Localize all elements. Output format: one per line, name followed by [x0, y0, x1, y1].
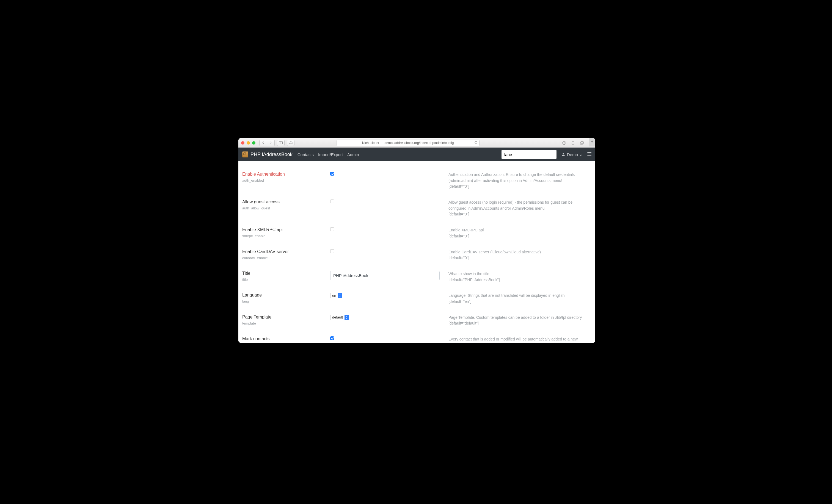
back-button[interactable] [259, 140, 267, 146]
nav-buttons [259, 140, 275, 146]
row-title: Allow guest access [242, 200, 328, 205]
row-title: Enable Authentication [242, 172, 328, 177]
text-input-title[interactable] [330, 271, 440, 280]
brand-label: PHP iAddressBook [251, 152, 292, 157]
config-row-lang: Languagelangen▲▼Language. Strings that a… [242, 289, 592, 311]
select-arrows-icon: ▲▼ [338, 293, 342, 298]
search-input[interactable] [504, 152, 554, 157]
row-key: lang [242, 299, 328, 303]
row-help: Authentication and Authorization. Ensure… [448, 172, 592, 190]
tabs-icon[interactable] [579, 140, 585, 146]
user-label: Demo [567, 152, 578, 157]
address-text: Nicht sicher — demo.iaddressbook.org/ind… [362, 141, 454, 145]
config-row-auth_enabled: Enable Authenticationauth_enabledAuthent… [242, 168, 592, 196]
row-help: Language. Strings that are not translate… [448, 293, 592, 304]
config-row-template: Page Templatetemplatedefault▲▼Page Templ… [242, 311, 592, 333]
checkbox-xmlrpc_enable[interactable] [330, 227, 334, 231]
select-lang[interactable]: en▲▼ [330, 293, 342, 298]
row-title: Page Template [242, 315, 328, 320]
user-icon [562, 153, 565, 156]
row-help: Enable XMLRPC api[default="0"] [448, 227, 592, 239]
row-key: template [242, 321, 328, 325]
config-row-mark_changed: Mark contactsmark_changedEvery contact t… [242, 333, 592, 343]
row-key: carddav_enable [242, 256, 328, 260]
config-row-xmlrpc_enable: Enable XMLRPC apixmlrpc_enableEnable XML… [242, 223, 592, 245]
row-title: Enable XMLRPC api [242, 227, 328, 232]
reload-icon[interactable] [474, 141, 477, 145]
sidebar-toggle-button[interactable] [277, 140, 285, 146]
downloads-icon[interactable] [561, 140, 567, 146]
select-arrows-icon: ▲▼ [344, 315, 349, 320]
config-row-auth_allow_guest: Allow guest accessauth_allow_guestAllow … [242, 196, 592, 223]
maximize-window-button[interactable] [252, 141, 255, 144]
row-key: title [242, 277, 328, 282]
share-icon[interactable] [570, 140, 576, 146]
user-menu[interactable]: Demo [562, 152, 582, 157]
row-help: Allow guest access (no login required) -… [448, 200, 592, 217]
cloud-button[interactable] [287, 140, 294, 146]
brand-icon [242, 152, 248, 157]
list-view-icon[interactable] [587, 152, 592, 157]
app-navbar: PHP iAddressBook Contacts Import/Export … [238, 148, 595, 161]
new-tab-button[interactable]: + [589, 138, 595, 147]
row-title: Title [242, 271, 328, 276]
nav-contacts[interactable]: Contacts [297, 152, 314, 157]
row-key: auth_enabled [242, 178, 328, 183]
chevron-down-icon [579, 152, 582, 157]
close-window-button[interactable] [241, 141, 244, 144]
select-template[interactable]: default▲▼ [330, 315, 349, 320]
forward-button[interactable] [267, 140, 275, 146]
address-bar[interactable]: Nicht sicher — demo.iaddressbook.org/ind… [337, 140, 479, 146]
select-value: en [331, 293, 338, 298]
svg-rect-0 [279, 141, 283, 144]
row-help: Every contact that is added or modified … [448, 336, 592, 343]
row-key: xmlrpc_enable [242, 234, 328, 238]
row-help: Page Template. Custom templates can be a… [448, 315, 592, 326]
svg-point-5 [563, 153, 564, 155]
browser-window: Nicht sicher — demo.iaddressbook.org/ind… [238, 138, 595, 343]
checkbox-mark_changed[interactable] [330, 336, 334, 340]
titlebar-right: + [561, 140, 593, 146]
search-box[interactable] [501, 150, 556, 159]
row-title: Language [242, 293, 328, 298]
checkbox-auth_enabled[interactable] [330, 172, 334, 176]
checkbox-carddav_enable[interactable] [330, 249, 334, 253]
window-controls [241, 141, 255, 144]
select-value: default [331, 315, 344, 320]
row-key: auth_allow_guest [242, 206, 328, 210]
config-form: Enable Authenticationauth_enabledAuthent… [238, 161, 595, 343]
config-row-title: TitletitleWhat to show in the title[defa… [242, 267, 592, 289]
checkbox-auth_allow_guest[interactable] [330, 200, 334, 203]
minimize-window-button[interactable] [246, 141, 250, 144]
nav-import-export[interactable]: Import/Export [318, 152, 343, 157]
browser-titlebar: Nicht sicher — demo.iaddressbook.org/ind… [238, 138, 595, 148]
nav-links: Contacts Import/Export Admin [297, 152, 359, 157]
nav-admin[interactable]: Admin [347, 152, 359, 157]
row-title: Enable CardDAV server [242, 249, 328, 254]
row-help: Enable CardDAV server (iCloud/ownCloud a… [448, 249, 592, 261]
row-title: Mark contacts [242, 336, 328, 341]
brand[interactable]: PHP iAddressBook [242, 152, 292, 157]
row-help: What to show in the title[default="PHP i… [448, 271, 592, 283]
config-row-carddav_enable: Enable CardDAV servercarddav_enableEnabl… [242, 245, 592, 267]
